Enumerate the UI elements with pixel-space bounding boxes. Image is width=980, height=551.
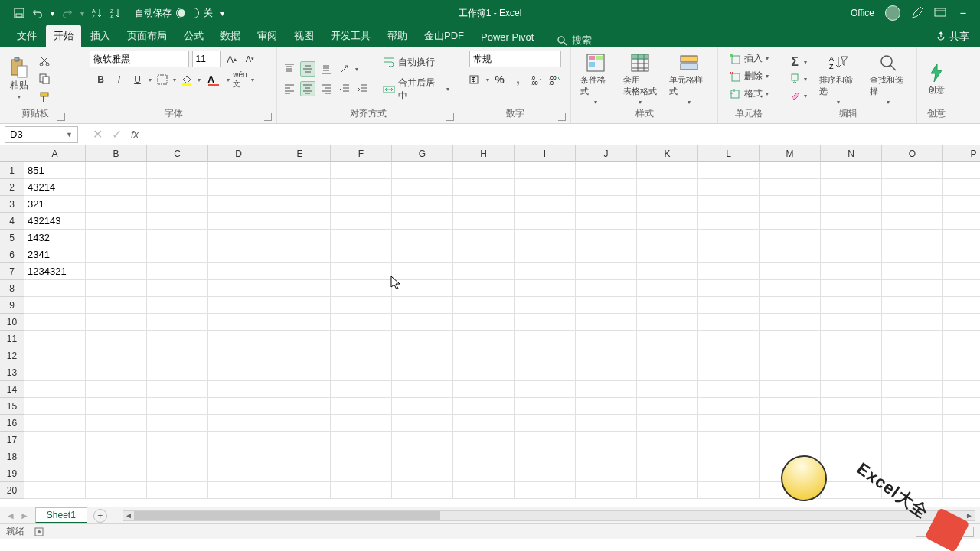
cell[interactable] [208, 432, 270, 448]
cell[interactable] [821, 196, 882, 213]
cell[interactable] [882, 432, 943, 448]
cell[interactable] [576, 364, 637, 381]
accounting-format-icon[interactable]: $ [468, 72, 483, 87]
row-header[interactable]: 1 [0, 162, 24, 179]
cell[interactable] [576, 179, 637, 196]
row-header[interactable]: 2 [0, 179, 24, 196]
cell[interactable] [331, 263, 392, 280]
cell[interactable] [821, 314, 882, 331]
cell[interactable] [514, 297, 576, 314]
wrap-text-button[interactable]: 自动换行 [378, 54, 454, 70]
cell[interactable] [208, 263, 270, 280]
cell[interactable] [208, 297, 270, 314]
sort-asc-icon[interactable]: AZ [92, 8, 103, 18]
cell[interactable] [698, 230, 760, 246]
cell[interactable] [576, 196, 637, 213]
sort-dropdown-icon[interactable]: ▾ [837, 99, 840, 106]
column-header[interactable]: J [576, 145, 637, 162]
increase-font-icon[interactable]: A▴ [224, 51, 240, 67]
row-header[interactable]: 15 [0, 398, 24, 415]
row-header[interactable]: 4 [0, 213, 24, 230]
select-all-corner[interactable] [0, 145, 24, 162]
row-header[interactable]: 18 [0, 448, 24, 465]
cell[interactable] [208, 364, 270, 381]
cell[interactable] [698, 162, 760, 179]
cell[interactable] [453, 162, 514, 179]
tab-data[interactable]: 数据 [213, 25, 248, 47]
cell[interactable] [270, 398, 331, 415]
cell[interactable] [270, 179, 331, 196]
autosave-toggle[interactable]: 自动保存 关 [135, 7, 213, 20]
tab-formulas[interactable]: 公式 [176, 25, 211, 47]
cell[interactable] [331, 230, 392, 246]
column-header[interactable]: K [637, 145, 698, 162]
cell[interactable] [86, 448, 147, 465]
cell[interactable] [637, 448, 698, 465]
cancel-icon[interactable]: ✕ [93, 127, 103, 142]
ideas-button[interactable]: 创意 [922, 61, 951, 97]
autosave-switch-icon[interactable] [176, 8, 199, 18]
tab-home[interactable]: 开始 [46, 25, 81, 47]
cell[interactable] [208, 482, 270, 499]
cell[interactable] [760, 230, 821, 246]
cell[interactable] [270, 331, 331, 347]
tab-pdf[interactable]: 金山PDF [416, 25, 472, 47]
cell[interactable] [637, 297, 698, 314]
cell[interactable] [576, 432, 637, 448]
cell[interactable] [882, 482, 943, 499]
view-page-layout-icon[interactable] [937, 527, 952, 537]
cell[interactable] [698, 398, 760, 415]
cell-styles-button[interactable]: 单元格样式 ▾ [665, 51, 713, 107]
cell[interactable] [943, 347, 980, 364]
format-painter-icon[interactable] [37, 90, 52, 105]
cell[interactable] [637, 196, 698, 213]
phonetic-icon[interactable]: wén文 [233, 72, 248, 87]
share-button[interactable]: 共享 [929, 28, 975, 46]
cell[interactable] [514, 432, 576, 448]
column-header[interactable]: O [882, 145, 943, 162]
cell[interactable] [208, 314, 270, 331]
autosum-dropdown-icon[interactable]: ▾ [804, 59, 807, 66]
cell[interactable] [453, 381, 514, 398]
cell[interactable] [760, 465, 821, 482]
cell[interactable] [331, 448, 392, 465]
cell[interactable] [208, 230, 270, 246]
cell[interactable] [270, 280, 331, 297]
tab-insert[interactable]: 插入 [83, 25, 118, 47]
cell[interactable] [147, 230, 208, 246]
cell[interactable] [943, 364, 980, 381]
cell[interactable] [208, 179, 270, 196]
cell[interactable] [882, 162, 943, 179]
pen-icon[interactable] [911, 7, 923, 19]
cell[interactable] [943, 381, 980, 398]
border-icon[interactable] [155, 72, 170, 87]
cell[interactable] [637, 230, 698, 246]
cell[interactable] [576, 465, 637, 482]
cell[interactable] [882, 280, 943, 297]
cell[interactable] [208, 213, 270, 230]
cell[interactable] [24, 381, 86, 398]
format-dropdown-icon[interactable]: ▾ [766, 90, 769, 97]
cell[interactable] [453, 263, 514, 280]
cell[interactable] [637, 482, 698, 499]
cell[interactable] [698, 263, 760, 280]
cell[interactable] [821, 280, 882, 297]
cell[interactable] [760, 364, 821, 381]
cell[interactable] [882, 179, 943, 196]
increase-indent-icon[interactable] [355, 81, 371, 96]
underline-dropdown-icon[interactable]: ▾ [149, 77, 152, 83]
row-header[interactable]: 8 [0, 280, 24, 297]
cell[interactable] [637, 347, 698, 364]
cell[interactable] [943, 196, 980, 213]
cell[interactable] [331, 213, 392, 230]
qat-customize-icon[interactable]: ▾ [220, 9, 224, 18]
cell[interactable] [270, 347, 331, 364]
cell[interactable] [760, 398, 821, 415]
row-header[interactable]: 17 [0, 432, 24, 448]
phonetic-dropdown-icon[interactable]: ▾ [251, 77, 254, 83]
cell[interactable] [453, 246, 514, 263]
cell[interactable] [86, 246, 147, 263]
cell[interactable] [576, 398, 637, 415]
cell[interactable] [208, 331, 270, 347]
cell[interactable] [86, 331, 147, 347]
